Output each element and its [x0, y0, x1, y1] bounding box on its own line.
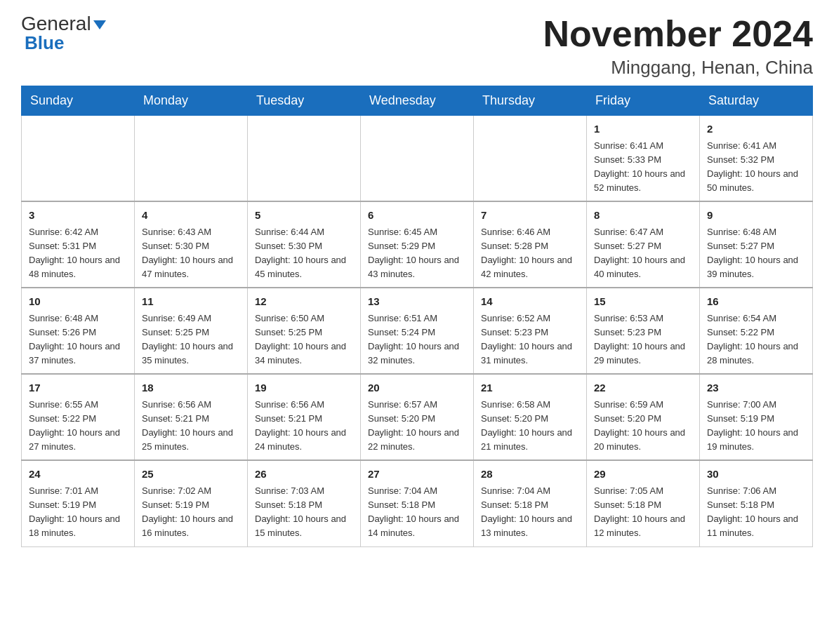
day-info: Sunrise: 7:00 AM Sunset: 5:19 PM Dayligh… — [707, 398, 805, 455]
calendar-cell: 20Sunrise: 6:57 AM Sunset: 5:20 PM Dayli… — [361, 374, 474, 460]
calendar-cell: 15Sunrise: 6:53 AM Sunset: 5:23 PM Dayli… — [587, 288, 700, 374]
calendar-cell: 17Sunrise: 6:55 AM Sunset: 5:22 PM Dayli… — [22, 374, 135, 460]
calendar-cell: 25Sunrise: 7:02 AM Sunset: 5:19 PM Dayli… — [135, 460, 248, 546]
day-info: Sunrise: 6:48 AM Sunset: 5:26 PM Dayligh… — [29, 311, 127, 368]
calendar-cell: 14Sunrise: 6:52 AM Sunset: 5:23 PM Dayli… — [474, 288, 587, 374]
month-title: November 2024 — [543, 14, 813, 54]
day-info: Sunrise: 6:56 AM Sunset: 5:21 PM Dayligh… — [255, 398, 353, 455]
day-info: Sunrise: 7:04 AM Sunset: 5:18 PM Dayligh… — [481, 484, 579, 541]
calendar-cell: 29Sunrise: 7:05 AM Sunset: 5:18 PM Dayli… — [587, 460, 700, 546]
calendar-cell: 13Sunrise: 6:51 AM Sunset: 5:24 PM Dayli… — [361, 288, 474, 374]
day-info: Sunrise: 6:55 AM Sunset: 5:22 PM Dayligh… — [29, 398, 127, 455]
day-number: 24 — [29, 467, 127, 483]
day-info: Sunrise: 7:02 AM Sunset: 5:19 PM Dayligh… — [142, 484, 240, 541]
calendar-cell — [474, 116, 587, 202]
logo-blue: Blue — [21, 32, 64, 54]
calendar-cell: 21Sunrise: 6:58 AM Sunset: 5:20 PM Dayli… — [474, 374, 587, 460]
calendar-week-row: 10Sunrise: 6:48 AM Sunset: 5:26 PM Dayli… — [22, 288, 813, 374]
calendar-cell: 30Sunrise: 7:06 AM Sunset: 5:18 PM Dayli… — [700, 460, 813, 546]
title-section: November 2024 Minggang, Henan, China — [543, 14, 813, 79]
day-info: Sunrise: 6:59 AM Sunset: 5:20 PM Dayligh… — [594, 398, 692, 455]
day-number: 23 — [707, 380, 805, 396]
day-info: Sunrise: 6:52 AM Sunset: 5:23 PM Dayligh… — [481, 311, 579, 368]
day-number: 3 — [29, 208, 127, 224]
day-number: 16 — [707, 294, 805, 310]
day-info: Sunrise: 6:56 AM Sunset: 5:21 PM Dayligh… — [142, 398, 240, 455]
day-number: 30 — [707, 467, 805, 483]
day-info: Sunrise: 6:57 AM Sunset: 5:20 PM Dayligh… — [368, 398, 466, 455]
day-info: Sunrise: 7:06 AM Sunset: 5:18 PM Dayligh… — [707, 484, 805, 541]
logo: General Blue — [21, 14, 106, 54]
day-info: Sunrise: 6:44 AM Sunset: 5:30 PM Dayligh… — [255, 225, 353, 282]
day-info: Sunrise: 7:01 AM Sunset: 5:19 PM Dayligh… — [29, 484, 127, 541]
calendar-cell: 18Sunrise: 6:56 AM Sunset: 5:21 PM Dayli… — [135, 374, 248, 460]
logo-general: General — [21, 13, 91, 34]
calendar-cell — [22, 116, 135, 202]
calendar-cell — [248, 116, 361, 202]
weekday-header-sunday: Sunday — [22, 86, 135, 116]
calendar-week-row: 24Sunrise: 7:01 AM Sunset: 5:19 PM Dayli… — [22, 460, 813, 546]
day-info: Sunrise: 7:03 AM Sunset: 5:18 PM Dayligh… — [255, 484, 353, 541]
day-number: 5 — [255, 208, 353, 224]
weekday-header-saturday: Saturday — [700, 86, 813, 116]
day-number: 27 — [368, 467, 466, 483]
calendar-week-row: 17Sunrise: 6:55 AM Sunset: 5:22 PM Dayli… — [22, 374, 813, 460]
day-number: 22 — [594, 380, 692, 396]
day-info: Sunrise: 6:46 AM Sunset: 5:28 PM Dayligh… — [481, 225, 579, 282]
day-number: 28 — [481, 467, 579, 483]
day-number: 26 — [255, 467, 353, 483]
calendar-table: SundayMondayTuesdayWednesdayThursdayFrid… — [21, 86, 813, 546]
day-info: Sunrise: 6:41 AM Sunset: 5:33 PM Dayligh… — [594, 139, 692, 196]
day-number: 25 — [142, 467, 240, 483]
day-info: Sunrise: 6:50 AM Sunset: 5:25 PM Dayligh… — [255, 311, 353, 368]
day-number: 9 — [707, 208, 805, 224]
day-number: 10 — [29, 294, 127, 310]
day-number: 2 — [707, 121, 805, 137]
logo-text: General — [21, 14, 106, 34]
weekday-header-wednesday: Wednesday — [361, 86, 474, 116]
day-number: 20 — [368, 380, 466, 396]
day-number: 13 — [368, 294, 466, 310]
calendar-cell: 26Sunrise: 7:03 AM Sunset: 5:18 PM Dayli… — [248, 460, 361, 546]
day-info: Sunrise: 6:58 AM Sunset: 5:20 PM Dayligh… — [481, 398, 579, 455]
calendar-cell: 9Sunrise: 6:48 AM Sunset: 5:27 PM Daylig… — [700, 201, 813, 288]
day-info: Sunrise: 6:42 AM Sunset: 5:31 PM Dayligh… — [29, 225, 127, 282]
day-number: 6 — [368, 208, 466, 224]
page-header: General Blue November 2024 Minggang, Hen… — [21, 14, 813, 79]
calendar-cell: 8Sunrise: 6:47 AM Sunset: 5:27 PM Daylig… — [587, 201, 700, 288]
day-info: Sunrise: 6:48 AM Sunset: 5:27 PM Dayligh… — [707, 225, 805, 282]
location-title: Minggang, Henan, China — [543, 57, 813, 79]
calendar-cell: 27Sunrise: 7:04 AM Sunset: 5:18 PM Dayli… — [361, 460, 474, 546]
day-info: Sunrise: 6:45 AM Sunset: 5:29 PM Dayligh… — [368, 225, 466, 282]
calendar-cell: 6Sunrise: 6:45 AM Sunset: 5:29 PM Daylig… — [361, 201, 474, 288]
weekday-header-friday: Friday — [587, 86, 700, 116]
weekday-header-thursday: Thursday — [474, 86, 587, 116]
day-number: 14 — [481, 294, 579, 310]
day-info: Sunrise: 7:04 AM Sunset: 5:18 PM Dayligh… — [368, 484, 466, 541]
weekday-header-row: SundayMondayTuesdayWednesdayThursdayFrid… — [22, 86, 813, 116]
calendar-cell: 10Sunrise: 6:48 AM Sunset: 5:26 PM Dayli… — [22, 288, 135, 374]
day-number: 17 — [29, 380, 127, 396]
logo-triangle-icon — [93, 20, 106, 29]
day-number: 18 — [142, 380, 240, 396]
day-number: 1 — [594, 121, 692, 137]
day-info: Sunrise: 7:05 AM Sunset: 5:18 PM Dayligh… — [594, 484, 692, 541]
calendar-cell: 4Sunrise: 6:43 AM Sunset: 5:30 PM Daylig… — [135, 201, 248, 288]
calendar-cell: 3Sunrise: 6:42 AM Sunset: 5:31 PM Daylig… — [22, 201, 135, 288]
day-number: 4 — [142, 208, 240, 224]
calendar-cell: 5Sunrise: 6:44 AM Sunset: 5:30 PM Daylig… — [248, 201, 361, 288]
calendar-cell: 19Sunrise: 6:56 AM Sunset: 5:21 PM Dayli… — [248, 374, 361, 460]
day-info: Sunrise: 6:53 AM Sunset: 5:23 PM Dayligh… — [594, 311, 692, 368]
weekday-header-tuesday: Tuesday — [248, 86, 361, 116]
day-number: 21 — [481, 380, 579, 396]
calendar-cell: 22Sunrise: 6:59 AM Sunset: 5:20 PM Dayli… — [587, 374, 700, 460]
day-number: 8 — [594, 208, 692, 224]
day-info: Sunrise: 6:41 AM Sunset: 5:32 PM Dayligh… — [707, 139, 805, 196]
day-info: Sunrise: 6:43 AM Sunset: 5:30 PM Dayligh… — [142, 225, 240, 282]
day-info: Sunrise: 6:54 AM Sunset: 5:22 PM Dayligh… — [707, 311, 805, 368]
day-number: 19 — [255, 380, 353, 396]
calendar-cell: 23Sunrise: 7:00 AM Sunset: 5:19 PM Dayli… — [700, 374, 813, 460]
calendar-cell: 2Sunrise: 6:41 AM Sunset: 5:32 PM Daylig… — [700, 116, 813, 202]
day-number: 29 — [594, 467, 692, 483]
calendar-cell: 28Sunrise: 7:04 AM Sunset: 5:18 PM Dayli… — [474, 460, 587, 546]
